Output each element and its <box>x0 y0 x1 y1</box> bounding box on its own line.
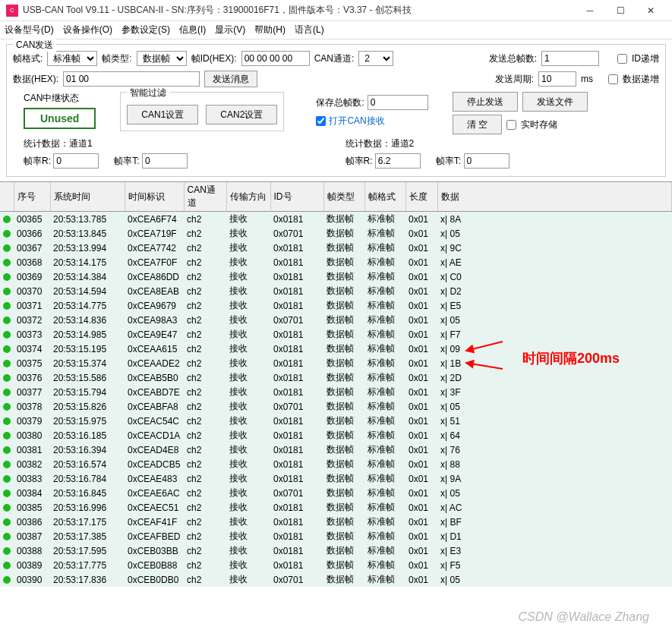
cell-data: x| 8A <box>437 212 672 227</box>
menu-device-op[interactable]: 设备操作(O) <box>63 24 112 36</box>
cell-ts: 0xCEA7742 <box>125 241 184 255</box>
status-dot-icon <box>3 533 11 540</box>
cell-dir: 接收 <box>226 500 270 515</box>
table-row[interactable]: 0038020:53:16.1850xCEACD1Ach2接收0x0181数据帧… <box>0 428 672 443</box>
send-file-button[interactable]: 发送文件 <box>522 92 588 112</box>
cell-dir: 接收 <box>226 457 270 471</box>
cell-ffmt: 标准帧 <box>364 269 405 284</box>
cell-ch: ch2 <box>184 414 226 428</box>
send-total-label: 发送总帧数: <box>489 52 537 65</box>
stop-send-button[interactable]: 停止发送 <box>453 92 518 112</box>
cell-ch: ch2 <box>184 212 226 227</box>
col-frametype[interactable]: 帧类型 <box>323 182 364 212</box>
col-systime[interactable]: 系统时间 <box>50 182 125 212</box>
cell-id: 0x0181 <box>270 414 323 428</box>
cell-len: 0x01 <box>405 269 437 284</box>
table-row[interactable]: 0038220:53:16.5740xCEADCB5ch2接收0x0181数据帧… <box>0 457 672 471</box>
col-direction[interactable]: 传输方向 <box>226 182 270 212</box>
col-channel[interactable]: CAN通道 <box>184 182 226 212</box>
table-row[interactable]: 0036620:53:13.8450xCEA719Fch2接收0x0701数据帧… <box>0 226 672 241</box>
send-period-label: 发送周期: <box>495 73 534 86</box>
table-row[interactable]: 0037820:53:15.8260xCEABFA8ch2接收0x0701数据帧… <box>0 399 672 414</box>
table-row[interactable]: 0036720:53:13.9940xCEA7742ch2接收0x0181数据帧… <box>0 241 672 255</box>
table-row[interactable]: 0037020:53:14.5940xCEA8EABch2接收0x0181数据帧… <box>0 284 672 298</box>
cell-ts: 0xCEA719F <box>125 226 184 241</box>
open-can-recv-label: 打开CAN接收 <box>329 115 384 128</box>
cell-ts: 0xCEAADE2 <box>125 356 184 370</box>
cell-id: 0x0181 <box>270 543 323 558</box>
table-row[interactable]: 0037320:53:14.9850xCEA9E47ch2接收0x0181数据帧… <box>0 327 672 342</box>
table-row[interactable]: 0038720:53:17.3850xCEAFBEDch2接收0x0181数据帧… <box>0 529 672 543</box>
frame-type-select[interactable]: 数据帧 <box>137 51 187 66</box>
table-row[interactable]: 0038620:53:17.1750xCEAF41Fch2接收0x0181数据帧… <box>0 515 672 529</box>
ch1-rate-t-value <box>142 153 188 169</box>
table-row[interactable]: 0037920:53:15.9750xCEAC54Cch2接收0x0181数据帧… <box>0 414 672 428</box>
table-row[interactable]: 0037120:53:14.7750xCEA9679ch2接收0x0181数据帧… <box>0 298 672 313</box>
cell-time: 20:53:16.394 <box>50 443 125 457</box>
cell-ch: ch2 <box>184 457 226 471</box>
table-row[interactable]: 0037220:53:14.8360xCEA98A3ch2接收0x0701数据帧… <box>0 313 672 327</box>
watermark: CSDN @Wallace Zhang <box>519 610 649 624</box>
minimize-button[interactable]: ─ <box>575 0 605 21</box>
clear-button[interactable]: 清 空 <box>453 115 502 134</box>
cell-seq: 00371 <box>14 298 50 313</box>
col-id[interactable]: ID号 <box>270 182 323 212</box>
cell-time: 20:53:15.374 <box>50 356 125 370</box>
channel-select[interactable]: 2 <box>358 51 393 66</box>
data-increment-checkbox[interactable] <box>608 74 618 84</box>
menu-display[interactable]: 显示(V) <box>215 24 245 36</box>
menu-language[interactable]: 语言(L) <box>295 24 324 36</box>
cell-ffmt: 标准帧 <box>364 370 405 385</box>
table-row[interactable]: 0038920:53:17.7750xCEB0B88ch2接收0x0181数据帧… <box>0 558 672 572</box>
cell-id: 0x0181 <box>270 457 323 471</box>
col-status[interactable] <box>0 182 14 212</box>
col-seq[interactable]: 序号 <box>14 182 50 212</box>
cell-dir: 接收 <box>226 241 270 255</box>
table-row[interactable]: 0036820:53:14.1750xCEA7F0Fch2接收0x0181数据帧… <box>0 255 672 269</box>
can2-settings-button[interactable]: CAN2设置 <box>206 105 277 124</box>
frame-format-select[interactable]: 标准帧 <box>47 51 97 66</box>
cell-ffmt: 标准帧 <box>364 226 405 241</box>
cell-ftype: 数据帧 <box>323 428 364 443</box>
maximize-button[interactable]: ☐ <box>605 0 636 21</box>
frame-id-input[interactable] <box>241 51 310 66</box>
menu-info[interactable]: 信息(I) <box>179 24 206 36</box>
table-row[interactable]: 0038820:53:17.5950xCEB03BBch2接收0x0181数据帧… <box>0 543 672 558</box>
cell-seq: 00366 <box>14 226 50 241</box>
table-row[interactable]: 0037620:53:15.5860xCEAB5B0ch2接收0x0181数据帧… <box>0 370 672 385</box>
cell-data: x| F5 <box>437 558 672 572</box>
cell-ts: 0xCEAC54C <box>125 414 184 428</box>
table-body[interactable]: 0036520:53:13.7850xCEA6F74ch2接收0x0181数据帧… <box>0 212 672 587</box>
table-row[interactable]: 0036920:53:14.3840xCEA86DDch2接收0x0181数据帧… <box>0 269 672 284</box>
close-button[interactable]: ✕ <box>636 0 666 21</box>
menu-params[interactable]: 参数设定(S) <box>121 24 170 36</box>
cell-len: 0x01 <box>405 241 437 255</box>
col-length[interactable]: 长度 <box>405 182 437 212</box>
menu-device-model[interactable]: 设备型号(D) <box>5 24 54 36</box>
realtime-save-checkbox[interactable] <box>506 120 516 130</box>
table-row[interactable]: 0038520:53:16.9960xCEAEC51ch2接收0x0181数据帧… <box>0 500 672 515</box>
status-dot-icon <box>3 432 11 439</box>
table-row[interactable]: 0038420:53:16.8450xCEAE6ACch2接收0x0701数据帧… <box>0 486 672 500</box>
send-total-input[interactable] <box>541 51 599 66</box>
cell-ffmt: 标准帧 <box>364 515 405 529</box>
table-header[interactable]: 序号 系统时间 时间标识 CAN通道 传输方向 ID号 帧类型 帧格式 长度 数… <box>0 182 672 212</box>
data-hex-input[interactable] <box>63 71 200 87</box>
menu-help[interactable]: 帮助(H) <box>254 24 286 36</box>
open-can-recv-checkbox[interactable] <box>316 116 326 126</box>
table-row[interactable]: 0038320:53:16.7840xCEAE483ch2接收0x0181数据帧… <box>0 471 672 486</box>
table-row[interactable]: 0038120:53:16.3940xCEAD4E8ch2接收0x0181数据帧… <box>0 443 672 457</box>
cell-seq: 00377 <box>14 385 50 399</box>
table-row[interactable]: 0037720:53:15.7940xCEABD7Ech2接收0x0181数据帧… <box>0 385 672 399</box>
col-data[interactable]: 数据 <box>437 182 672 212</box>
frame-type-label: 帧类型: <box>102 52 131 65</box>
cell-ffmt: 标准帧 <box>364 342 405 356</box>
send-message-button[interactable]: 发送消息 <box>204 71 257 87</box>
table-row[interactable]: 0036520:53:13.7850xCEA6F74ch2接收0x0181数据帧… <box>0 212 672 227</box>
can1-settings-button[interactable]: CAN1设置 <box>127 105 198 124</box>
send-period-input[interactable] <box>538 71 576 87</box>
col-timestamp[interactable]: 时间标识 <box>125 182 184 212</box>
table-row[interactable]: 0039020:53:17.8360xCEB0DB0ch2接收0x0701数据帧… <box>0 572 672 587</box>
id-increment-checkbox[interactable] <box>617 54 627 64</box>
col-frameformat[interactable]: 帧格式 <box>364 182 405 212</box>
